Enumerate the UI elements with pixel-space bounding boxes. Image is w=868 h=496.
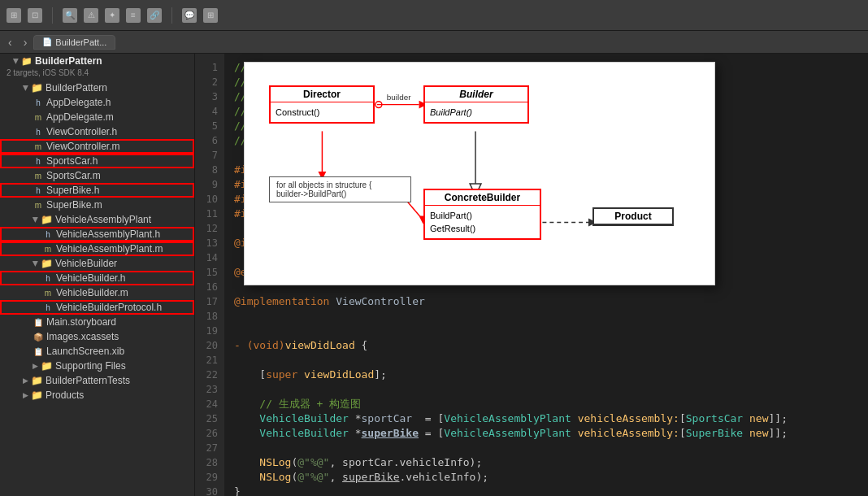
sidebar-item-vehiclebuilder-m[interactable]: m VehicleBuilder.m [0, 285, 194, 300]
item-label: SportsCar.m [46, 170, 101, 181]
chevron-icon: ▶ [23, 376, 28, 385]
h-icon: h [33, 157, 44, 166]
sidebar-item-vehiclebuilderprotocol-h[interactable]: h VehicleBuilderProtocol.h [0, 300, 194, 315]
uml-builder-body: BuildPart() [425, 102, 527, 122]
chevron-icon: ▶ [12, 59, 20, 64]
storyboard-icon: 📋 [33, 318, 44, 327]
uml-director-body: Construct() [271, 102, 373, 122]
uml-product-title: Product [594, 209, 672, 224]
tab-label: BuilderPatt... [55, 37, 106, 47]
sidebar-item-vehicleassembly-group[interactable]: ▶ 📁 VehicleAssemblyPlant [0, 212, 194, 227]
uml-loop-text: for all objects in structure { [276, 181, 404, 189]
uml-concretebuilder-body: BuildPart() GetResult() [425, 206, 540, 238]
folder-icon: 📁 [41, 214, 53, 225]
item-label: VehicleBuilderProtocol.h [56, 302, 162, 313]
uml-concrete-method2: GetResult() [430, 222, 535, 235]
uml-concretebuilder-box: ConcreteBuilder BuildPart() GetResult() [423, 189, 541, 240]
item-label: ViewController.h [46, 126, 117, 137]
item-label: VehicleAssemblyPlant.h [56, 228, 160, 240]
sidebar-item-viewcontroller-m[interactable]: m ViewController.m [0, 139, 194, 154]
uml-product-box: Product [592, 207, 674, 226]
m-icon: m [42, 245, 54, 254]
item-label: SportsCar.h [46, 155, 98, 167]
sidebar-item-builderpattern[interactable]: ▶ 📁 BuilderPattern [0, 80, 194, 95]
tab-fwd-button[interactable]: › [19, 34, 33, 50]
uml-concretebuilder-title: ConcreteBuilder [425, 190, 540, 206]
tab-back-button[interactable]: ‹ [3, 34, 17, 50]
tab-file[interactable]: 📄 BuilderPatt... [33, 35, 115, 50]
layout-icon[interactable]: ⊡ [28, 8, 42, 23]
sidebar-item-viewcontroller-h[interactable]: h ViewController.h [0, 124, 194, 139]
item-label: ViewController.m [46, 141, 119, 152]
sidebar: ▶ 📁 BuilderPattern 2 targets, iOS SDK 8.… [0, 54, 195, 496]
project-subtitle: 2 targets, iOS SDK 8.4 [0, 68, 194, 80]
sidebar-item-launchscreen-xib[interactable]: 📋 LaunchScreen.xib [0, 344, 194, 359]
project-icon: 📁 [21, 56, 33, 67]
item-label: Main.storyboard [46, 316, 116, 328]
line-numbers: 12345 678910 1112131415 1617181920 21222… [195, 54, 224, 496]
chevron-icon: ▶ [33, 362, 38, 370]
item-label: LaunchScreen.xib [46, 346, 124, 357]
item-label: SuperBike.h [46, 185, 99, 196]
uml-concrete-method1: BuildPart() [430, 209, 535, 222]
item-label: VehicleAssemblyPlant [55, 214, 151, 225]
sidebar-item-vehicleassembly-h[interactable]: h VehicleAssemblyPlant.h [0, 227, 194, 241]
uml-builder-title: Builder [425, 87, 527, 102]
chevron-icon: ▶ [32, 217, 40, 223]
file-icon: 📄 [42, 37, 52, 46]
item-label: Supporting Files [55, 360, 126, 372]
item-label: Products [46, 389, 84, 401]
item-label: VehicleBuilder.h [56, 272, 125, 284]
code-area[interactable]: 12345 678910 1112131415 1617181920 21222… [195, 54, 868, 496]
warn-icon[interactable]: ⚠ [84, 8, 98, 23]
sidebar-item-sportscar-m[interactable]: m SportsCar.m [0, 168, 194, 183]
m-icon: m [33, 142, 44, 151]
sidebar-item-appdelegate-h[interactable]: h AppDelegate.h [0, 95, 194, 110]
item-label: Images.xcassets [46, 331, 119, 342]
chevron-icon: ▶ [32, 261, 40, 267]
folder-icon: 📁 [41, 258, 53, 269]
chevron-icon: ▶ [23, 391, 28, 399]
sidebar-item-vehiclebuilder-group[interactable]: ▶ 📁 VehicleBuilder [0, 256, 194, 271]
sidebar-item-sportscar-h[interactable]: h SportsCar.h [0, 154, 194, 168]
h-icon: h [33, 186, 44, 195]
h-icon: h [42, 303, 54, 312]
search-icon[interactable]: 🔍 [63, 8, 77, 23]
item-label: BuilderPatternTests [46, 375, 130, 386]
sidebar-item-products[interactable]: ▶ 📁 Products [0, 388, 194, 402]
item-label: AppDelegate.m [46, 111, 114, 123]
sidebar-item-supporting-files[interactable]: ▶ 📁 Supporting Files [0, 359, 194, 373]
svg-text:builder: builder [387, 93, 411, 102]
uml-diagram: builder [244, 62, 715, 285]
h-icon: h [42, 230, 54, 239]
sidebar-item-vehicleassembly-m[interactable]: m VehicleAssemblyPlant.m [0, 241, 194, 256]
folder-icon: 📁 [31, 375, 43, 386]
uml-builder-method: BuildPart() [430, 106, 523, 119]
xib-icon: 📋 [33, 347, 44, 356]
assets-icon: 📦 [33, 333, 44, 342]
sidebar-item-superbike-m[interactable]: m SuperBike.m [0, 198, 194, 212]
item-label: VehicleAssemblyPlant.m [56, 243, 163, 255]
m-icon: m [33, 113, 44, 122]
link-icon[interactable]: 🔗 [147, 8, 162, 23]
list-icon[interactable]: ≡ [126, 8, 141, 23]
grid2-icon[interactable]: ⊞ [203, 8, 218, 23]
m-icon: m [42, 289, 54, 298]
folder-icon: 📁 [31, 82, 43, 94]
sep2 [171, 7, 172, 24]
sidebar-item-superbike-h[interactable]: h SuperBike.h [0, 183, 194, 198]
item-label: VehicleBuilder [55, 258, 117, 269]
comment-icon[interactable]: 💬 [182, 8, 197, 23]
star-icon[interactable]: ✦ [105, 8, 119, 23]
sidebar-item-main-storyboard[interactable]: 📋 Main.storyboard [0, 315, 194, 329]
sidebar-item-vehiclebuilder-h[interactable]: h VehicleBuilder.h [0, 271, 194, 285]
sidebar-item-appdelegate-m[interactable]: m AppDelegate.m [0, 110, 194, 124]
uml-loop-method: builder->BuildPart() [276, 189, 404, 198]
folder-icon: 📁 [31, 389, 43, 401]
sidebar-project-header[interactable]: ▶ 📁 BuilderPattern [0, 54, 194, 68]
grid-icon[interactable]: ⊞ [7, 8, 21, 23]
sep1 [52, 7, 53, 24]
sidebar-item-builderpatternstests[interactable]: ▶ 📁 BuilderPatternTests [0, 373, 194, 388]
sidebar-item-images-xcassets[interactable]: 📦 Images.xcassets [0, 329, 194, 344]
h-icon: h [33, 128, 44, 137]
